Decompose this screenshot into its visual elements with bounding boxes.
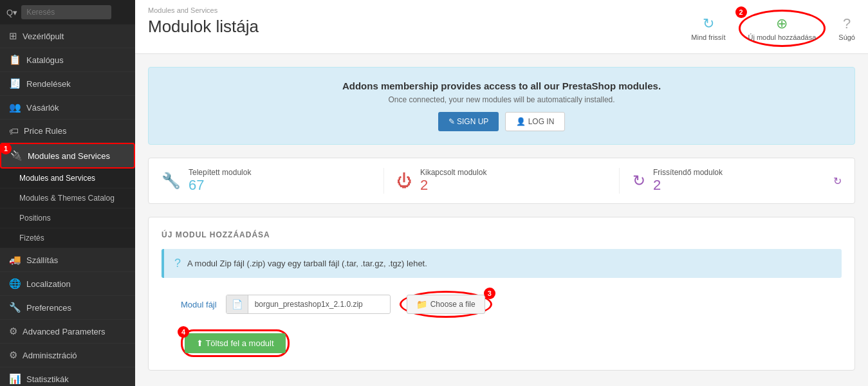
disabled-label: Kikapcsolt modulok bbox=[420, 168, 486, 177]
orders-icon: 🧾 bbox=[9, 78, 21, 89]
addons-banner: Addons membership provides access to all… bbox=[148, 67, 855, 145]
file-name-input[interactable] bbox=[248, 296, 390, 313]
badge-2: 2 bbox=[735, 6, 747, 18]
sidebar-item-preferences[interactable]: 🔧 Preferences bbox=[0, 296, 135, 320]
content-area: Addons membership provides access to all… bbox=[135, 54, 868, 386]
top-actions: ↻ Mind frissít 2 ⊕ Új modul hozzáadása ?… bbox=[691, 10, 855, 47]
stat-updatable: ↻ Frissítendő modulok 2 ↻ bbox=[633, 168, 842, 194]
admin-icon: ⚙ bbox=[9, 349, 17, 361]
sidebar-item-vasarlok[interactable]: 👥 Vásárlók bbox=[0, 96, 135, 120]
sidebar: Q▾ ⊞ Vezérlőpult 📋 Katalógus 🧾 Rendelése… bbox=[0, 0, 135, 386]
sidebar-item-label: Vezérlőpult bbox=[23, 32, 64, 41]
sidebar-item-advanced-parameters[interactable]: ⚙ Advanced Parameters bbox=[0, 320, 135, 344]
localization-icon: 🌐 bbox=[9, 278, 21, 290]
choose-file-button[interactable]: 📁 Choose a file bbox=[407, 295, 485, 314]
sidebar-sub-positions[interactable]: Positions bbox=[0, 208, 135, 228]
sidebar-item-label: Vásárlók bbox=[26, 103, 59, 113]
installed-icon: 🔧 bbox=[162, 172, 181, 190]
add-icon: ⊕ bbox=[776, 15, 788, 32]
customers-icon: 👥 bbox=[9, 102, 21, 113]
modules-icon: 🔌 bbox=[10, 150, 23, 161]
sidebar-item-localization[interactable]: 🌐 Localization bbox=[0, 272, 135, 296]
addons-heading: Addons membership provides access to all… bbox=[162, 80, 842, 91]
sidebar-item-label: Szállítás bbox=[26, 255, 58, 265]
upload-btn-wrap: 4 ⬆ Töltsd fel a modult bbox=[162, 329, 842, 357]
sidebar-item-rendelesek[interactable]: 🧾 Rendelések bbox=[0, 72, 135, 96]
sidebar-item-szallitas[interactable]: 🚚 Szállítás bbox=[0, 248, 135, 272]
sidebar-sub-modules-services[interactable]: Modules and Services bbox=[0, 169, 135, 188]
choose-file-label: Choose a file bbox=[430, 300, 476, 309]
sidebar-item-price-rules[interactable]: 🏷 Price Rules bbox=[0, 120, 135, 143]
file-label: Modul fájl bbox=[181, 300, 217, 309]
addons-subtext: Once connected, your new modules will be… bbox=[162, 95, 842, 104]
banner-buttons: ✎ SIGN UP 👤 LOG IN bbox=[162, 112, 842, 131]
refresh-label: Mind frissít bbox=[691, 33, 725, 41]
updatable-count: 2 bbox=[653, 177, 723, 194]
sub-item-label: Fizetés bbox=[19, 234, 44, 243]
add-module-button[interactable]: ⊕ Új modul hozzáadása bbox=[748, 15, 817, 41]
updatable-label: Frissítendő modulok bbox=[653, 168, 723, 177]
stat-installed: 🔧 Telepített modulok 67 bbox=[162, 168, 384, 194]
stats-icon: 📊 bbox=[9, 373, 21, 385]
help-label: Súgó bbox=[838, 33, 855, 41]
search-input[interactable] bbox=[21, 5, 111, 19]
badge-1: 1 bbox=[0, 143, 12, 154]
search-bar[interactable]: Q▾ bbox=[0, 0, 135, 24]
dashboard-icon: ⊞ bbox=[9, 30, 17, 42]
catalog-icon: 📋 bbox=[9, 54, 21, 66]
sidebar-submenu: Modules and Services Modules & Themes Ca… bbox=[0, 169, 135, 248]
sub-item-label: Positions bbox=[19, 214, 51, 223]
update-icon: ↻ bbox=[633, 172, 645, 190]
sidebar-item-adminisztracio[interactable]: ⚙ Adminisztráció bbox=[0, 344, 135, 367]
search-icon: Q▾ bbox=[6, 8, 17, 17]
section-title: ÚJ MODUL HOZZÁADÁSA bbox=[162, 230, 842, 239]
upload-module-button[interactable]: ⬆ Töltsd fel a modult bbox=[185, 333, 286, 353]
sidebar-item-katalogus[interactable]: 📋 Katalógus bbox=[0, 48, 135, 72]
sidebar-item-label: Statisztikák bbox=[26, 374, 69, 384]
sidebar-sub-themes-catalog[interactable]: Modules & Themes Catalog bbox=[0, 188, 135, 208]
breadcrumb: Modules and Services bbox=[148, 6, 259, 14]
breadcrumb-title: Modules and Services Modulok listája bbox=[148, 6, 259, 37]
info-icon: ? bbox=[174, 257, 181, 270]
refresh-all-button[interactable]: ↻ Mind frissít bbox=[691, 15, 725, 41]
module-stats: 🔧 Telepített modulok 67 ⏻ Kikapcsolt mod… bbox=[148, 158, 855, 204]
advanced-icon: ⚙ bbox=[9, 326, 17, 337]
stat-disabled: ⏻ Kikapcsolt modulok 2 bbox=[397, 168, 620, 194]
sidebar-item-label: Adminisztráció bbox=[23, 351, 77, 360]
file-doc-icon: 📄 bbox=[226, 295, 248, 313]
page-header: Modules and Services Modulok listája ↻ M… bbox=[135, 0, 868, 54]
add-label: Új modul hozzáadása bbox=[748, 33, 817, 41]
sidebar-item-statisztikak[interactable]: 📊 Statisztikák bbox=[0, 367, 135, 386]
signup-button[interactable]: ✎ SIGN UP bbox=[438, 112, 499, 131]
login-button[interactable]: 👤 LOG IN bbox=[505, 112, 565, 131]
folder-icon: 📁 bbox=[416, 299, 427, 309]
help-icon: ? bbox=[843, 15, 851, 32]
sub-item-label: Modules and Services bbox=[19, 174, 95, 183]
stat-refresh-icon[interactable]: ↻ bbox=[833, 175, 842, 187]
badge-4: 4 bbox=[178, 326, 189, 338]
file-input-group: 📄 bbox=[226, 295, 391, 314]
sidebar-item-vezerlőpult[interactable]: ⊞ Vezérlőpult bbox=[0, 24, 135, 48]
page-title: Modulok listája bbox=[148, 17, 259, 37]
sub-item-label: Modules & Themes Catalog bbox=[19, 194, 115, 203]
disabled-count: 2 bbox=[420, 177, 486, 194]
sidebar-item-modules[interactable]: 1 🔌 Modules and Services bbox=[0, 143, 135, 169]
add-module-section: ÚJ MODUL HOZZÁADÁSA ? A modul Zip fájl (… bbox=[148, 217, 855, 371]
file-upload-row: Modul fájl 📄 3 📁 Choose a file bbox=[162, 291, 842, 318]
badge-3: 3 bbox=[484, 288, 495, 299]
help-button[interactable]: ? Súgó bbox=[838, 15, 855, 41]
info-box: ? A modul Zip fájl (.zip) vagy egy tarba… bbox=[162, 249, 842, 278]
main-content: Modules and Services Modulok listája ↻ M… bbox=[135, 0, 868, 386]
sidebar-item-label: Preferences bbox=[26, 303, 71, 313]
preferences-icon: 🔧 bbox=[9, 302, 21, 313]
sidebar-item-label: Localization bbox=[26, 279, 71, 289]
info-text: A modul Zip fájl (.zip) vagy egy tarball… bbox=[187, 259, 427, 268]
sidebar-item-label: Katalógus bbox=[26, 55, 64, 65]
sidebar-item-label: Modules and Services bbox=[28, 151, 110, 161]
shipping-icon: 🚚 bbox=[9, 254, 21, 266]
sidebar-item-label: Rendelések bbox=[26, 79, 71, 89]
sidebar-item-label: Advanced Parameters bbox=[23, 327, 106, 336]
installed-label: Telepített modulok bbox=[189, 168, 251, 177]
sidebar-sub-fizetes[interactable]: Fizetés bbox=[0, 228, 135, 248]
price-rules-icon: 🏷 bbox=[9, 125, 19, 136]
